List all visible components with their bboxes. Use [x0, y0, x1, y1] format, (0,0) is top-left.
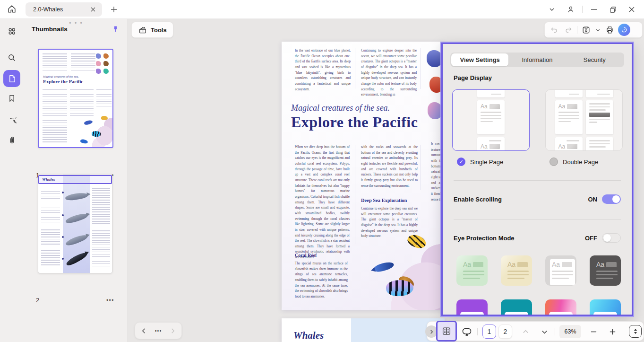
thumbnail-page-2[interactable]: Whales: [38, 174, 112, 273]
double-page-option-card[interactable]: Aa Aa: [545, 89, 623, 151]
plus-icon: [609, 328, 616, 335]
single-page-option-card[interactable]: Aa Aa: [452, 89, 530, 151]
bookmarks-button[interactable]: [3, 90, 20, 107]
page-display-heading: Page Display: [454, 74, 492, 81]
previous-page-button[interactable]: [520, 326, 531, 337]
thumb2-more-icon[interactable]: •••: [106, 297, 114, 304]
page-button-2[interactable]: 2: [498, 324, 512, 339]
home-button[interactable]: [7, 4, 18, 15]
tab-close-icon[interactable]: [89, 5, 97, 14]
divider: [454, 180, 621, 181]
comments-button[interactable]: [3, 110, 20, 127]
panel-tabs: View Settings Information Security: [450, 53, 624, 67]
pin-icon[interactable]: [112, 25, 120, 33]
home-icon: [7, 4, 17, 14]
preview-image-chip: [489, 104, 500, 109]
background-swatch-ocean[interactable]: [590, 299, 621, 316]
zoom-in-button[interactable]: [607, 326, 618, 337]
undo-icon: [550, 26, 558, 34]
single-page-option[interactable]: ✓ Single Page: [457, 158, 503, 166]
view-settings-panel: View Settings Information Security Page …: [441, 43, 633, 316]
save-options-button[interactable]: [594, 24, 601, 35]
thumbnail-page-1[interactable]: Magical creatures of the sea. Explore th…: [38, 49, 113, 148]
minimize-button[interactable]: [586, 3, 601, 16]
restore-icon: [610, 6, 617, 13]
double-page-option[interactable]: Double Page: [550, 158, 598, 166]
minimize-icon: [591, 6, 597, 13]
enable-scrolling-toggle[interactable]: [602, 194, 621, 204]
forward-icon[interactable]: [170, 328, 176, 334]
app-window: 2.0-Whales: [0, 0, 644, 342]
redo-button[interactable]: [563, 24, 574, 35]
next-page-button[interactable]: [539, 326, 550, 337]
panels-grid-button[interactable]: [3, 23, 20, 40]
collapse-titlebar-button[interactable]: [544, 3, 559, 16]
thumb2-page-number: 2: [36, 297, 106, 304]
back-icon[interactable]: [141, 328, 147, 334]
zoom-out-button[interactable]: [588, 326, 599, 337]
printer-icon: [605, 26, 614, 35]
document-tab[interactable]: 2.0-Whales: [26, 2, 102, 17]
thumb1-tagline: Magical creatures of the sea.: [43, 75, 79, 78]
chevron-down-icon: [541, 328, 548, 335]
left-icon-rail: [0, 19, 24, 342]
history-nav-pill: •••: [135, 322, 182, 339]
thumbnails-panel-button[interactable]: [3, 70, 20, 87]
save-button[interactable]: [580, 24, 592, 35]
chevron-down-icon: [595, 27, 601, 33]
presentation-button[interactable]: [461, 326, 472, 337]
theme-swatch-dark[interactable]: Aa: [590, 255, 621, 286]
chevron-right-icon: [429, 329, 434, 334]
bottom-toolbar: 1 2 63%: [427, 321, 644, 341]
page-icon: [8, 74, 17, 83]
pdf-page-1[interactable]: In the vast embrace of our blue planet, …: [282, 42, 445, 310]
nav-more-icon[interactable]: •••: [155, 328, 162, 333]
eye-protection-toggle[interactable]: [602, 233, 621, 243]
background-swatch-teal[interactable]: [501, 299, 532, 316]
reading-view-button[interactable]: [436, 321, 457, 342]
fit-page-button[interactable]: [629, 325, 642, 338]
page2-title: Whales: [293, 330, 324, 342]
background-swatch-coral[interactable]: [545, 299, 576, 316]
user-icon: [567, 5, 575, 14]
tab-security[interactable]: Security: [566, 53, 623, 66]
zoom-level[interactable]: 63%: [559, 325, 581, 338]
theme-swatch-light[interactable]: Aa: [545, 255, 576, 286]
tab-information[interactable]: Information: [508, 53, 566, 66]
theme-swatch-green[interactable]: Aa: [456, 255, 488, 286]
close-button[interactable]: [624, 3, 639, 16]
single-page-label: Single Page: [470, 158, 503, 166]
page-button-1[interactable]: 1: [482, 324, 496, 339]
page1-body-col1: When we dive deep into the bottom of the…: [295, 145, 350, 261]
titlebar: 2.0-Whales: [0, 0, 644, 19]
search-button[interactable]: [3, 49, 20, 66]
undo-button[interactable]: [549, 24, 560, 35]
tools-label: Tools: [151, 26, 167, 34]
eye-protection-state: OFF: [585, 235, 597, 242]
theme-swatch-sepia[interactable]: Aa: [501, 255, 532, 286]
paperclip-icon: [8, 136, 17, 145]
page1-coral-reef-body: The special mucus on the surface of clow…: [295, 261, 348, 300]
ai-assistant-button[interactable]: [618, 24, 630, 36]
background-swatch-purple[interactable]: [456, 299, 488, 316]
close-icon: [628, 6, 635, 13]
save-icon: [582, 26, 591, 35]
top-right-toolbar: [544, 22, 643, 38]
restore-button[interactable]: [605, 3, 620, 16]
bookmark-icon: [8, 94, 16, 103]
attachments-button[interactable]: [3, 132, 20, 149]
tools-icon: [138, 25, 147, 35]
new-tab-button[interactable]: [109, 4, 119, 15]
account-button[interactable]: [563, 3, 578, 16]
thumb2-visible-area-indicator[interactable]: [38, 175, 112, 184]
print-button[interactable]: [604, 24, 615, 35]
tools-button[interactable]: Tools: [131, 22, 173, 38]
comment-icon: [7, 114, 17, 123]
page1-coral-reef-heading: Coral Reef: [295, 253, 317, 258]
page1-deep-sea-heading: Deep Sea Exploration: [361, 198, 407, 203]
divider: [577, 26, 577, 34]
tab-view-settings[interactable]: View Settings: [451, 53, 508, 66]
pdf-page-2[interactable]: Whales: [282, 318, 445, 342]
tab-title: 2.0-Whales: [33, 6, 89, 13]
eye-protection-row: Eye Protection Mode OFF: [454, 233, 621, 243]
